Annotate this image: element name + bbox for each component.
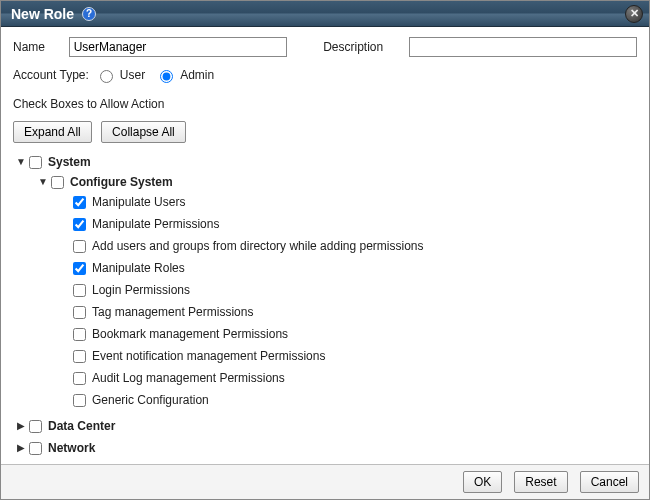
checkbox-network[interactable] (29, 442, 42, 455)
dialog-footer: OK Reset Cancel (1, 464, 649, 499)
account-admin-label[interactable]: Admin (180, 68, 214, 82)
tree-node-login-perms: ▶Login Permissions (59, 279, 633, 301)
label-manip-users: Manipulate Users (92, 193, 185, 211)
tree-node-data-center: ▶ Data Center (13, 415, 633, 437)
permissions-tree-container: ▼ System ▼ Configure System (13, 151, 637, 460)
name-description-row: Name Description (13, 37, 637, 57)
tree-node-event-perms: ▶Event notification management Permissio… (59, 345, 633, 367)
description-label: Description (323, 40, 402, 54)
account-type-row: Account Type: User Admin (13, 67, 637, 83)
account-user-label[interactable]: User (120, 68, 145, 82)
checkbox-add-dir[interactable] (73, 240, 86, 253)
ok-button[interactable]: OK (463, 471, 502, 493)
collapse-all-button[interactable]: Collapse All (101, 121, 186, 143)
new-role-dialog: New Role ? ✕ Name Description Account Ty… (0, 0, 650, 500)
label-event-perms: Event notification management Permission… (92, 347, 325, 365)
dialog-titlebar: New Role ? ✕ (1, 1, 649, 27)
checkbox-configure-system[interactable] (51, 176, 64, 189)
checkbox-login-perms[interactable] (73, 284, 86, 297)
label-manip-perms: Manipulate Permissions (92, 215, 219, 233)
toggle-system[interactable]: ▼ (15, 153, 27, 171)
label-audit-perms: Audit Log management Permissions (92, 369, 285, 387)
permissions-heading: Check Boxes to Allow Action (13, 97, 637, 111)
label-configure-system: Configure System (70, 173, 173, 191)
toggle-configure-system[interactable]: ▼ (37, 173, 49, 191)
tree-node-generic-conf: ▶Generic Configuration (59, 389, 633, 411)
account-user-radio[interactable] (100, 70, 113, 83)
close-icon[interactable]: ✕ (625, 5, 643, 23)
label-add-dir: Add users and groups from directory whil… (92, 237, 424, 255)
reset-button[interactable]: Reset (514, 471, 567, 493)
tree-node-tag-perms: ▶Tag management Permissions (59, 301, 633, 323)
label-bookmark-perms: Bookmark management Permissions (92, 325, 288, 343)
label-network: Network (48, 439, 95, 457)
label-generic-conf: Generic Configuration (92, 391, 209, 409)
dialog-content: Name Description Account Type: User Admi… (1, 27, 649, 464)
name-input[interactable] (69, 37, 288, 57)
checkbox-data-center[interactable] (29, 420, 42, 433)
tree-node-bookmark-perms: ▶Bookmark management Permissions (59, 323, 633, 345)
tree-toolbar: Expand All Collapse All (13, 121, 637, 143)
tree-node-add-dir: ▶Add users and groups from directory whi… (59, 235, 633, 257)
tree-node-manip-roles: ▶Manipulate Roles (59, 257, 633, 279)
tree-node-network: ▶ Network (13, 437, 633, 459)
tree-node-audit-perms: ▶Audit Log management Permissions (59, 367, 633, 389)
dialog-title: New Role (11, 6, 74, 22)
checkbox-manip-roles[interactable] (73, 262, 86, 275)
toggle-data-center[interactable]: ▶ (15, 417, 27, 435)
tree-node-system: ▼ System ▼ Configure System (13, 151, 633, 415)
checkbox-audit-perms[interactable] (73, 372, 86, 385)
label-system: System (48, 153, 91, 171)
checkbox-tag-perms[interactable] (73, 306, 86, 319)
cancel-button[interactable]: Cancel (580, 471, 639, 493)
description-input[interactable] (409, 37, 637, 57)
name-label: Name (13, 40, 63, 54)
permissions-tree-scroll[interactable]: ▼ System ▼ Configure System (13, 151, 637, 460)
label-manip-roles: Manipulate Roles (92, 259, 185, 277)
tree-node-manip-perms: ▶Manipulate Permissions (59, 213, 633, 235)
checkbox-system[interactable] (29, 156, 42, 169)
label-data-center: Data Center (48, 417, 115, 435)
checkbox-bookmark-perms[interactable] (73, 328, 86, 341)
account-type-label: Account Type: (13, 68, 89, 82)
account-admin-radio[interactable] (160, 70, 173, 83)
label-login-perms: Login Permissions (92, 281, 190, 299)
toggle-network[interactable]: ▶ (15, 439, 27, 457)
checkbox-generic-conf[interactable] (73, 394, 86, 407)
help-icon[interactable]: ? (82, 7, 96, 21)
label-tag-perms: Tag management Permissions (92, 303, 253, 321)
tree-node-configure-system: ▼ Configure System ▶Manipulate Users▶Man… (37, 171, 633, 413)
expand-all-button[interactable]: Expand All (13, 121, 92, 143)
tree-node-manip-users: ▶Manipulate Users (59, 191, 633, 213)
checkbox-event-perms[interactable] (73, 350, 86, 363)
permissions-tree: ▼ System ▼ Configure System (13, 151, 633, 459)
checkbox-manip-users[interactable] (73, 196, 86, 209)
checkbox-manip-perms[interactable] (73, 218, 86, 231)
